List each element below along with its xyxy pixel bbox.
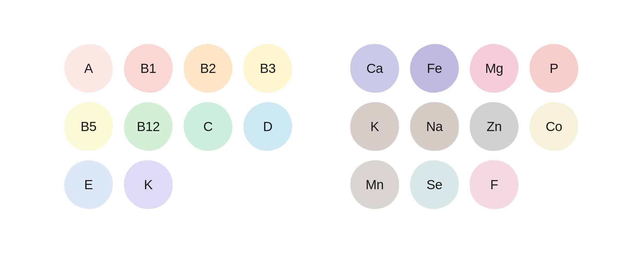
mineral-fe-blob[interactable]: Fe [410, 44, 459, 93]
mineral-p-label: P [550, 61, 558, 76]
vitamin-a-blob[interactable]: A [64, 44, 113, 93]
vitamin-k-blob[interactable]: K [124, 160, 173, 209]
mineral-zn-label: Zn [486, 119, 502, 134]
mineral-fe-label: Fe [427, 61, 442, 76]
vitamin-b1-blob[interactable]: B1 [124, 44, 173, 93]
mineral-f-blob[interactable]: F [470, 160, 519, 209]
vitamin-b3-blob[interactable]: B3 [243, 44, 292, 93]
vitamin-b12-label: B12 [137, 119, 160, 134]
mineral-zn-blob[interactable]: Zn [470, 102, 519, 151]
mineral-co-label: Co [546, 119, 562, 134]
vitamin-k-label: K [144, 177, 153, 192]
vitamin-b2-label: B2 [200, 61, 216, 76]
main-container: A B1 B2 B3 B5 B12 C D E K [45, 25, 599, 228]
vitamin-d-blob[interactable]: D [243, 102, 292, 151]
mineral-mn-label: Mn [366, 177, 384, 192]
vitamin-d-label: D [263, 119, 273, 134]
vitamin-a-label: A [84, 61, 93, 76]
vitamin-b12-blob[interactable]: B12 [124, 102, 173, 151]
mineral-ca-blob[interactable]: Ca [350, 44, 399, 93]
mineral-na-label: Na [426, 119, 443, 134]
vitamin-c-blob[interactable]: C [184, 102, 232, 151]
mineral-mg-label: Mg [485, 61, 503, 76]
vitamin-b5-blob[interactable]: B5 [64, 102, 113, 151]
minerals-group: Ca Fe Mg P K Na Zn Co Mn Se [350, 44, 580, 209]
mineral-p-blob[interactable]: P [530, 44, 578, 93]
vitamins-group: A B1 B2 B3 B5 B12 C D E K [64, 44, 294, 209]
vitamin-c-label: C [203, 119, 213, 134]
mineral-k-label: K [370, 119, 379, 134]
vitamin-b2-blob[interactable]: B2 [184, 44, 232, 93]
vitamin-e-blob[interactable]: E [64, 160, 113, 209]
vitamin-b3-label: B3 [260, 61, 275, 76]
vitamin-b1-label: B1 [140, 61, 156, 76]
mineral-na-blob[interactable]: Na [410, 102, 459, 151]
mineral-k-blob[interactable]: K [350, 102, 399, 151]
mineral-ca-label: Ca [366, 61, 383, 76]
mineral-co-blob[interactable]: Co [530, 102, 578, 151]
mineral-se-blob[interactable]: Se [410, 160, 459, 209]
mineral-se-label: Se [426, 177, 442, 192]
mineral-mn-blob[interactable]: Mn [350, 160, 399, 209]
vitamin-b5-label: B5 [80, 119, 96, 134]
mineral-f-label: F [490, 177, 498, 192]
vitamin-e-label: E [84, 177, 93, 192]
mineral-mg-blob[interactable]: Mg [470, 44, 519, 93]
